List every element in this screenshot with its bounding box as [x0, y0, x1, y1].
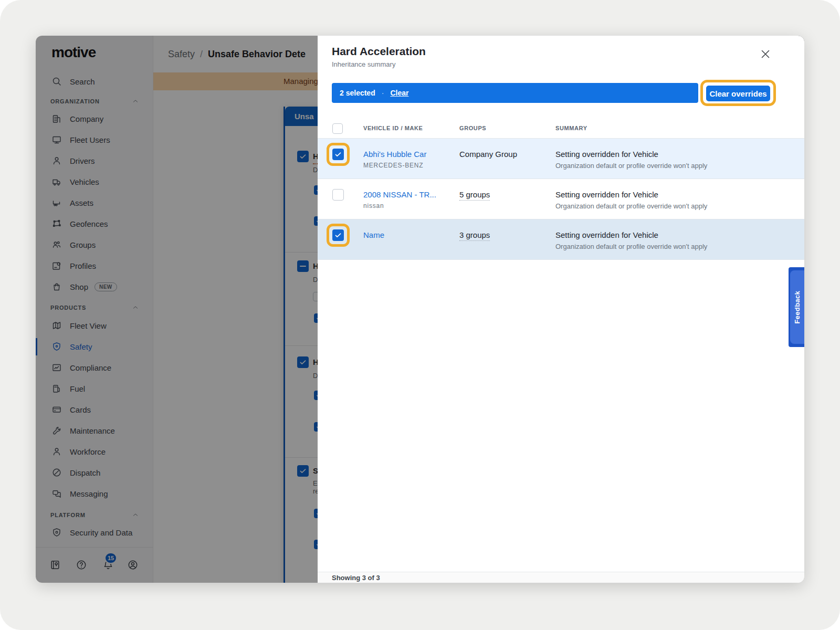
- page-canvas: motive Search ORGANIZATIONCompanyFleet U…: [0, 0, 840, 630]
- summary-secondary: Organization default or profile override…: [555, 243, 707, 250]
- row-checkbox[interactable]: [332, 189, 344, 201]
- summary-secondary: Organization default or profile override…: [555, 162, 707, 170]
- groups-cell: Company Group: [459, 150, 517, 159]
- row-checkbox[interactable]: [332, 229, 344, 241]
- selection-bar: 2 selected · Clear: [332, 83, 698, 103]
- vehicle-name-link[interactable]: 2008 NISSAN - TR...: [363, 190, 436, 199]
- close-icon[interactable]: [759, 47, 772, 61]
- row-checkbox[interactable]: [332, 149, 344, 160]
- summary-primary: Setting overridden for Vehicle: [555, 230, 658, 239]
- summary-primary: Setting overridden for Vehicle: [555, 150, 658, 159]
- selection-separator: ·: [382, 89, 384, 97]
- selection-clear-link[interactable]: Clear: [390, 89, 408, 97]
- selection-count: 2 selected: [340, 89, 375, 97]
- vehicle-name-link[interactable]: Abhi's Hubble Car: [363, 150, 426, 159]
- modal-subtitle: Inheritance summary: [332, 60, 395, 68]
- feedback-tab-inner: Feedback: [790, 270, 804, 344]
- row-count-status: Showing 3 of 3: [332, 574, 380, 582]
- annotation-ring-clear-overrides: Clear overrides: [700, 80, 776, 106]
- table-row[interactable]: Abhi's Hubble CarMERCEDES-BENZCompany Gr…: [318, 139, 804, 179]
- table-row[interactable]: Name3 groupsSetting overridden for Vehic…: [318, 219, 804, 260]
- vehicle-make: nissan: [363, 202, 384, 209]
- groups-cell[interactable]: 3 groups: [459, 230, 490, 241]
- table-header: VEHICLE ID / MAKE GROUPS SUMMARY: [318, 119, 804, 139]
- vehicle-make: MERCEDES-BENZ: [363, 162, 423, 169]
- column-groups[interactable]: GROUPS: [459, 125, 486, 131]
- vehicle-name-link[interactable]: Name: [363, 230, 384, 239]
- inheritance-summary-modal: Hard Acceleration Inheritance summary 2 …: [318, 36, 804, 583]
- app-window: motive Search ORGANIZATIONCompanyFleet U…: [36, 36, 804, 583]
- feedback-tab-label: Feedback: [793, 291, 801, 323]
- clear-overrides-button[interactable]: Clear overrides: [705, 85, 771, 102]
- summary-secondary: Organization default or profile override…: [555, 202, 707, 210]
- table-row[interactable]: 2008 NISSAN - TR...nissan5 groupsSetting…: [318, 179, 804, 219]
- modal-footer: Showing 3 of 3: [318, 572, 804, 583]
- vehicle-table-body: Abhi's Hubble CarMERCEDES-BENZCompany Gr…: [318, 139, 804, 260]
- groups-cell[interactable]: 5 groups: [459, 190, 490, 201]
- column-summary[interactable]: SUMMARY: [555, 125, 587, 131]
- feedback-tab[interactable]: Feedback: [789, 267, 804, 347]
- modal-title: Hard Acceleration: [332, 45, 426, 58]
- select-all-checkbox[interactable]: [332, 123, 343, 134]
- column-vehicle-id-make[interactable]: VEHICLE ID / MAKE: [363, 125, 423, 131]
- summary-primary: Setting overridden for Vehicle: [555, 190, 658, 199]
